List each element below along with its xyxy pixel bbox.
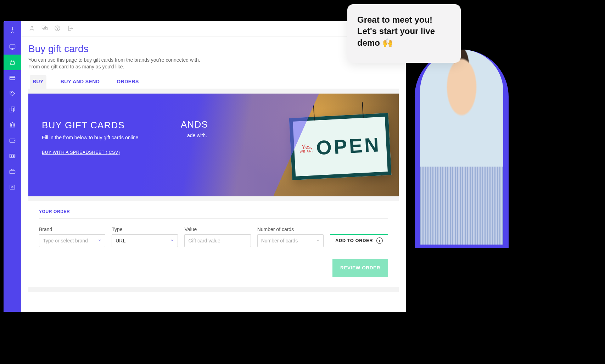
arrow-right-circle-icon: › (376, 237, 383, 244)
bubble-line-2: Let's start your live (357, 26, 435, 36)
copy-icon (9, 106, 16, 113)
nav-reports[interactable] (4, 148, 21, 164)
type-label: Type (112, 226, 178, 232)
banner-ghost-sub: ade with. (187, 133, 207, 138)
tab-buy-and-send[interactable]: BUY AND SEND (58, 75, 103, 89)
safe-icon (9, 184, 16, 191)
banner: Yes, WE ARE OPEN ANDS ade with. BUY GIFT… (28, 94, 399, 196)
field-count: Number of cards (257, 226, 324, 247)
bank-icon (9, 121, 16, 128)
review-order-button[interactable]: REVIEW ORDER (332, 259, 388, 277)
tab-panel: Yes, WE ARE OPEN ANDS ade with. BUY GIFT… (28, 89, 399, 292)
svg-point-2 (11, 92, 12, 93)
page-description: You can use this page to buy gift cards … (28, 57, 213, 70)
demo-avatar (420, 50, 503, 245)
banner-ghost-title: ANDS (181, 119, 208, 130)
count-input[interactable] (257, 234, 324, 247)
nav-secure[interactable] (4, 179, 21, 195)
add-to-order-button[interactable]: ADD TO ORDER › (330, 234, 388, 247)
tab-orders[interactable]: ORDERS (114, 75, 141, 89)
demo-speech-bubble: Great to meet you! Let's start your live… (347, 4, 461, 63)
nav-dashboard[interactable] (4, 39, 21, 55)
banner-title: BUY GIFT CARDS (42, 120, 140, 131)
review-bar: REVIEW ORDER (39, 255, 388, 277)
banner-copy: BUY GIFT CARDS Fill in the from below to… (42, 120, 140, 155)
your-order-label: YOUR ORDER (39, 209, 388, 214)
svg-point-7 (11, 155, 12, 156)
nav-documents[interactable] (4, 101, 21, 117)
bubble-line-3: demo 🙌 (357, 38, 393, 47)
order-form-row: Brand Type (39, 226, 388, 255)
svg-point-10 (12, 186, 13, 188)
id-card-icon (9, 152, 16, 159)
svg-rect-1 (10, 76, 15, 80)
user-icon[interactable] (28, 25, 35, 33)
logo-icon (4, 21, 21, 39)
banner-subtitle: Fill in the from below to buy gift cards… (42, 134, 140, 141)
svg-point-15 (57, 29, 58, 30)
tab-buy[interactable]: BUY (30, 75, 46, 89)
logout-icon[interactable] (67, 25, 74, 33)
brand-select[interactable] (39, 234, 105, 247)
bubble-line-1: Great to meet you! (357, 15, 432, 24)
nav-wallet[interactable] (4, 133, 21, 148)
count-label: Number of cards (257, 226, 324, 232)
sidebar (4, 21, 21, 312)
svg-rect-0 (10, 45, 15, 48)
chat-icon[interactable] (41, 25, 48, 33)
black-bar (408, 254, 605, 347)
svg-rect-4 (10, 108, 13, 112)
nav-tags[interactable] (4, 86, 21, 101)
wallet-icon (9, 137, 16, 144)
tabs: BUY BUY AND SEND ORDERS (28, 75, 399, 89)
svg-point-11 (31, 26, 33, 28)
value-input[interactable] (184, 234, 251, 247)
type-select[interactable] (112, 234, 178, 247)
add-to-order-label: ADD TO ORDER (335, 238, 373, 243)
nav-cards[interactable] (4, 70, 21, 86)
svg-rect-3 (11, 107, 15, 111)
app-window: Buy gift cards You can use this page to … (4, 21, 406, 312)
order-card: YOUR ORDER Brand (28, 201, 399, 287)
value-label: Value (184, 226, 251, 232)
svg-rect-8 (10, 170, 15, 174)
monitor-icon (9, 43, 16, 50)
page-title: Buy gift cards (28, 43, 399, 55)
page-content: Buy gift cards You can use this page to … (21, 37, 406, 292)
help-icon[interactable] (54, 25, 61, 33)
field-type: Type (112, 226, 178, 247)
briefcase-icon (9, 168, 16, 175)
csv-link[interactable]: BUY WITH A SPREADSHEET (.CSV) (42, 150, 120, 155)
nav-buy-gift-cards[interactable] (4, 55, 21, 70)
nav-bank[interactable] (4, 117, 21, 133)
main-content: Buy gift cards You can use this page to … (21, 21, 406, 312)
tag-icon (9, 90, 16, 97)
nav-briefcase[interactable] (4, 164, 21, 179)
svg-rect-6 (10, 154, 15, 158)
basket-icon (9, 59, 16, 66)
credit-card-icon (9, 74, 16, 82)
brand-label: Brand (39, 226, 105, 232)
field-brand: Brand (39, 226, 105, 247)
field-value: Value (184, 226, 251, 247)
svg-rect-9 (10, 185, 15, 189)
